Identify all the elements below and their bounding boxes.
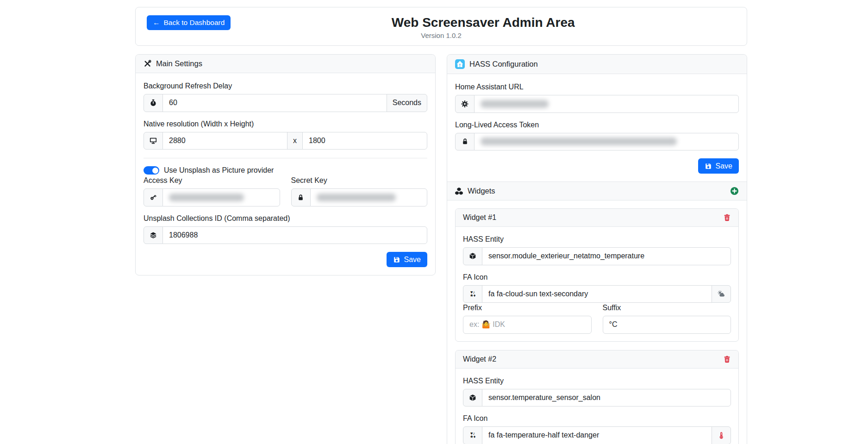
save-icon [705,163,712,170]
resolution-separator: x [287,132,303,150]
widget-2-entity-label: HASS Entity [463,377,731,385]
back-to-dashboard-button[interactable]: ← Back to Dashboard [147,15,231,30]
resolution-label: Native resolution (Width x Height) [144,120,427,128]
widgets-title: Widgets [468,187,495,195]
resolution-width-input[interactable] [162,132,287,150]
widget-card-2: Widget #2 [455,350,739,444]
trash-icon [723,213,731,222]
widget-1-prefix-input[interactable] [463,316,592,334]
thermometer-icon[interactable] [712,426,731,444]
layer-group-icon [144,226,163,244]
widget-1-fa-icon-label: FA Icon [463,273,731,281]
divider [144,158,427,158]
header-card: ← Back to Dashboard Web Screensaver Admi… [135,7,747,46]
display-icon [144,132,163,150]
collections-id-input[interactable] [162,226,427,244]
widget-2-entity-input[interactable] [482,389,731,407]
lock-icon [455,133,475,151]
ha-url-input[interactable] [474,95,739,113]
main-settings-card: Main Settings Background Refresh Delay [135,54,436,275]
delete-widget-2-button[interactable] [723,355,731,363]
main-settings-header: Main Settings [136,55,435,73]
add-widget-button[interactable] [730,187,739,195]
secret-key-input[interactable] [310,188,428,206]
access-key-label: Access Key [144,176,280,185]
ha-url-label: Home Assistant URL [455,83,739,91]
key-icon [144,188,163,206]
refresh-delay-label: Background Refresh Delay [144,82,427,90]
main-settings-save-button[interactable]: Save [387,252,427,267]
hass-config-header: HASS Configuration [447,55,747,74]
delete-widget-1-button[interactable] [723,213,731,222]
lock-icon [291,188,311,206]
collections-id-label: Unsplash Collections ID (Comma separated… [144,214,427,223]
cubes-icon [455,187,463,195]
page-title: Web Screensaver Admin Area [231,15,736,30]
save-button-label: Save [404,256,421,264]
cube-icon [463,389,482,407]
save-button-label: Save [716,162,732,170]
widget-card-1: Widget #1 [455,208,739,342]
widget-1-suffix-input[interactable] [603,316,731,334]
gear-icon [455,95,475,113]
version-text: Version 1.0.2 [147,31,736,39]
hass-card: HASS Configuration Home Assistant URL [447,54,747,444]
refresh-delay-input[interactable] [162,94,387,112]
hass-save-button[interactable]: Save [698,158,739,174]
widget-1-entity-label: HASS Entity [463,235,731,244]
widget-2-fa-icon-label: FA Icon [463,414,731,423]
hass-config-title: HASS Configuration [469,60,538,69]
fa-icons-icon: ♥♪ ★♦ [463,285,482,303]
unsplash-provider-toggle[interactable] [144,166,159,175]
main-settings-title: Main Settings [156,59,202,68]
ha-url-redacted-value [481,100,549,108]
save-icon [393,256,400,263]
widgets-header: Widgets [447,181,747,200]
home-assistant-icon [455,59,465,69]
widgets-list: Widget #1 [447,200,747,444]
token-redacted-value [481,138,677,145]
circle-plus-icon [730,187,739,195]
access-key-redacted-value [169,194,244,201]
token-input[interactable] [474,133,739,151]
resolution-height-input[interactable] [302,132,427,150]
token-label: Long-Lived Access Token [455,121,739,129]
widget-1-fa-icon-input[interactable] [482,285,712,303]
widget-1-entity-input[interactable] [482,247,731,265]
stopwatch-icon [144,94,163,112]
secret-key-redacted-value [317,194,396,201]
access-key-input[interactable] [162,188,280,206]
widget-2-title: Widget #2 [463,355,496,363]
back-button-label: Back to Dashboard [164,19,225,27]
back-arrow-icon: ← [153,19,160,27]
unsplash-toggle-label: Use Unsplash as Picture provider [164,166,274,175]
fa-icons-icon: ♥♪ ★♦ [463,426,482,444]
widget-1-title: Widget #1 [463,213,496,222]
refresh-unit-addon: Seconds [387,94,427,112]
widget-1-suffix-label: Suffix [603,304,731,312]
trash-icon [723,355,731,363]
widget-1-prefix-label: Prefix [463,304,592,312]
cube-icon [463,247,482,265]
widget-2-fa-icon-input[interactable] [482,426,712,444]
screwdriver-wrench-icon [144,60,151,68]
admin-page: ← Back to Dashboard Web Screensaver Admi… [0,0,868,444]
secret-key-label: Secret Key [291,176,428,185]
cloud-sun-icon[interactable] [712,285,731,303]
